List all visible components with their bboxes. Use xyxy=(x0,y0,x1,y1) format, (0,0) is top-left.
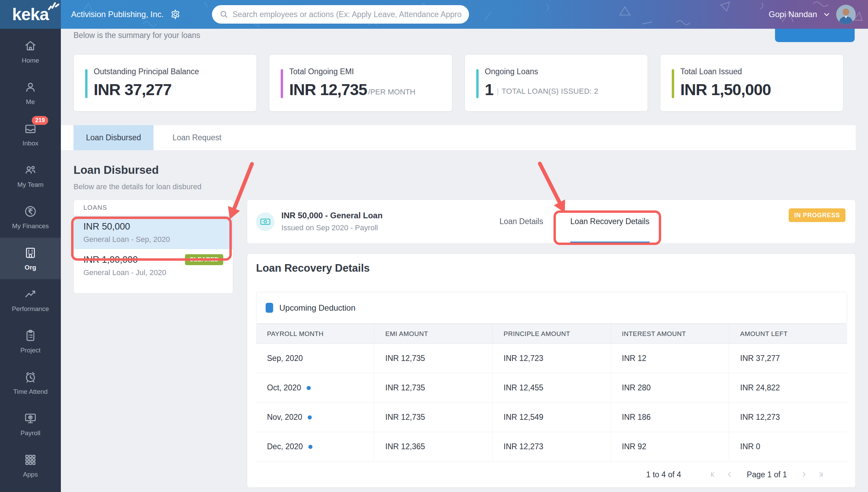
sidebar-item-payroll[interactable]: Payroll xyxy=(0,403,61,445)
chevron-down-icon xyxy=(823,10,831,18)
loan-detail: General Loan - Sep, 2020 xyxy=(83,235,223,244)
banknote-icon xyxy=(256,212,275,231)
search-input[interactable] xyxy=(232,10,462,19)
sidebar-item-my-finances[interactable]: My Finances xyxy=(0,196,61,238)
cell-amount-left: INR 0 xyxy=(729,432,847,461)
cell-emi: INR 12,735 xyxy=(374,403,493,432)
last-page-button[interactable] xyxy=(812,470,829,479)
cell-month: Oct, 2020 xyxy=(256,373,374,402)
keka-hr-app-screen: keka Activision Publishing, Inc. xyxy=(0,0,868,492)
inbox-count-badge: 219 xyxy=(32,116,48,125)
cell-month: Nov, 2020 xyxy=(256,403,374,432)
sidebar-item-inbox[interactable]: 219 Inbox xyxy=(0,114,61,155)
sidebar-label-project: Project xyxy=(20,347,40,354)
card-value: INR 1,50,000 xyxy=(680,81,771,98)
loan-summary-cards: Outstanding Principal Balance INR 37,277… xyxy=(74,54,843,112)
loan-amount: INR 50,000 xyxy=(83,221,223,232)
sidebar-label-time-attend: Time Attend xyxy=(13,388,48,396)
tab-loan-request[interactable]: Loan Request xyxy=(166,125,228,150)
previous-page-button[interactable] xyxy=(721,470,738,479)
company-settings-gear-icon[interactable] xyxy=(170,9,181,20)
sidebar-label-performance: Performance xyxy=(12,305,49,313)
sidebar-item-org[interactable]: Org xyxy=(0,238,61,279)
card-label: Ongoing Loans xyxy=(485,67,641,76)
cell-emi: INR 12,735 xyxy=(374,373,493,402)
cell-interest: INR 280 xyxy=(611,373,729,402)
cell-principle: INR 12,549 xyxy=(493,403,611,432)
company-name: Activision Publishing, Inc. xyxy=(71,10,164,19)
sidebar-item-performance[interactable]: Performance xyxy=(0,279,61,321)
upcoming-deduction-dot xyxy=(307,386,311,390)
cell-principle: INR 12,455 xyxy=(493,373,611,402)
sidebar-label-home: Home xyxy=(22,57,39,64)
loan-recovery-panel: Loan Recovery Details Upcoming Deduction… xyxy=(247,254,856,488)
tab-loan-disbursed[interactable]: Loan Disbursed xyxy=(74,125,153,150)
upcoming-deduction-dot xyxy=(308,445,312,449)
loan-list-item-100000[interactable]: INR 1,00,000 CLEARED General Loan - Jul,… xyxy=(74,249,233,282)
table-row: Dec, 2020 INR 12,365 INR 12,273 INR 92 I… xyxy=(256,432,847,462)
selected-loan-titles: INR 50,000 - General Loan Issued on Sep … xyxy=(281,211,383,232)
card-value: INR 12,735 xyxy=(289,81,367,98)
tab-loan-details[interactable]: Loan Details xyxy=(497,200,545,243)
selected-loan-title: INR 50,000 - General Loan xyxy=(281,211,383,220)
sidebar-label-me: Me xyxy=(26,98,35,106)
user-menu[interactable]: Gopi Nandan xyxy=(769,0,856,29)
col-principle-amount: PRINCIPLE AMOUNT xyxy=(493,324,611,344)
upcoming-deduction-dot xyxy=(308,415,312,419)
card-label: Total Ongoing EMI xyxy=(289,67,445,76)
cell-principle: INR 12,273 xyxy=(493,432,611,461)
card-accent-bar xyxy=(85,69,88,98)
card-accent-bar xyxy=(476,69,479,98)
sidebar-item-project[interactable]: Project xyxy=(0,321,61,362)
sidebar-item-home[interactable]: Home xyxy=(0,31,61,72)
card-ongoing-loans: Ongoing Loans 1 |TOTAL LOAN(S) ISSUED: 2 xyxy=(465,54,648,112)
table-row: Oct, 2020 INR 12,735 INR 12,455 INR 280 … xyxy=(256,373,847,403)
logo-spark-icon xyxy=(46,0,61,11)
card-value: INR 37,277 xyxy=(94,81,172,98)
cell-amount-left: INR 24,822 xyxy=(729,373,847,402)
team-icon xyxy=(24,163,37,177)
trend-up-icon xyxy=(24,287,37,301)
avatar-photo xyxy=(836,5,856,24)
card-label: Total Loan Issued xyxy=(680,67,836,76)
sidebar-label-inbox: Inbox xyxy=(23,140,38,147)
legend-box: Upcoming Deduction xyxy=(256,292,847,324)
sidebar-item-me[interactable]: Me xyxy=(0,72,61,114)
sidebar-item-apps[interactable]: Apps xyxy=(0,445,61,486)
sidebar-item-my-team[interactable]: My Team xyxy=(0,155,61,196)
sidebar-label-my-team: My Team xyxy=(17,181,44,189)
rupee-circle-icon xyxy=(24,204,37,219)
card-value-suffix: /PER MONTH xyxy=(368,88,415,98)
sidebar-label-apps: Apps xyxy=(23,471,38,478)
card-value: 1 xyxy=(485,81,493,98)
first-page-button[interactable] xyxy=(705,470,721,479)
table-header-row: PAYROLL MONTH EMI AMOUNT PRINCIPLE AMOUN… xyxy=(256,324,847,344)
user-avatar[interactable] xyxy=(836,5,856,24)
loan-amount: INR 1,00,000 xyxy=(83,254,138,265)
cleared-status-badge: CLEARED xyxy=(185,254,223,265)
sidebar-label-my-finances: My Finances xyxy=(12,222,49,230)
tab-loan-recovery-details[interactable]: Loan Recovery Details xyxy=(570,200,650,243)
global-search-bar xyxy=(212,5,469,24)
divider: | xyxy=(497,87,499,95)
sidebar-item-time-attend[interactable]: Time Attend xyxy=(0,362,61,403)
upcoming-deduction-legend-swatch xyxy=(266,303,273,313)
cell-amount-left: INR 12,273 xyxy=(729,403,847,432)
page-title: Loan Disbursed xyxy=(74,164,159,177)
inbox-icon: 219 xyxy=(24,121,37,136)
col-emi-amount: EMI AMOUNT xyxy=(374,324,493,344)
card-total-ongoing-emi: Total Ongoing EMI INR 12,735 /PER MONTH xyxy=(269,54,452,112)
pagination-range: 1 to 4 of 4 xyxy=(646,470,681,479)
cell-month: Dec, 2020 xyxy=(256,432,374,461)
top-header-bar: Activision Publishing, Inc. Gopi Nandan xyxy=(61,0,868,29)
recovery-schedule-table: PAYROLL MONTH EMI AMOUNT PRINCIPLE AMOUN… xyxy=(256,324,847,462)
selected-loan-issued: Issued on Sep 2020 - Payroll xyxy=(281,223,383,232)
page-subtitle: Below are the details for loan disbured xyxy=(74,182,201,191)
cell-interest: INR 92 xyxy=(611,432,729,461)
loans-summary-intro: Below is the summary for your loans xyxy=(74,31,200,40)
loan-list-item-50000[interactable]: INR 50,000 General Loan - Sep, 2020 xyxy=(74,216,233,249)
logo-label: keka xyxy=(12,5,49,24)
next-page-button[interactable] xyxy=(796,470,812,479)
col-interest-amount: INTEREST AMOUNT xyxy=(611,324,729,344)
keka-logo-block[interactable]: keka xyxy=(0,0,61,29)
